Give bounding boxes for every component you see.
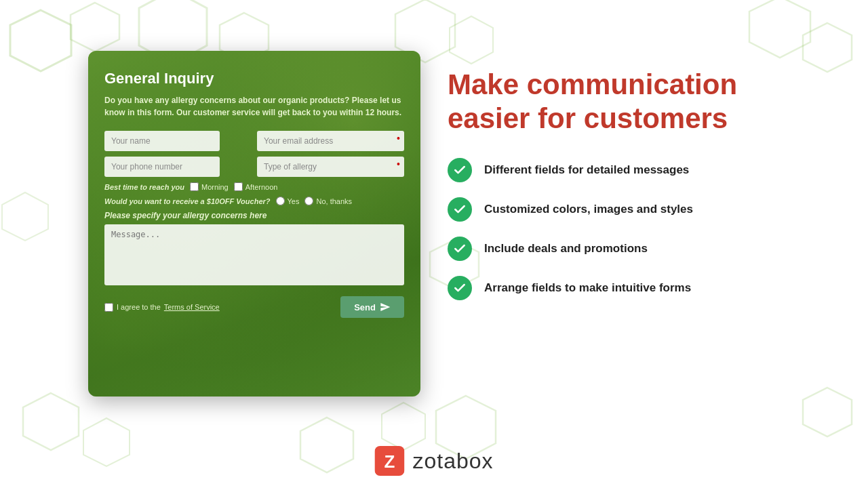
best-time-row: Best time to reach you Morning Afternoon [104, 182, 404, 191]
svg-marker-0 [10, 10, 71, 71]
svg-marker-6 [749, 0, 810, 58]
email-wrapper: • [257, 131, 404, 151]
form-title: General Inquiry [104, 70, 404, 87]
tos-prefix: I agree to the [117, 303, 161, 311]
name-wrapper [104, 131, 252, 151]
form-panel: General Inquiry Do you have any allergy … [88, 51, 420, 396]
send-button[interactable]: Send [340, 296, 404, 318]
morning-checkbox[interactable] [190, 182, 199, 191]
feature-text-3: Include deals and promotions [484, 242, 648, 256]
feature-item-4: Arrange fields to make intuitive forms [448, 276, 827, 300]
tos-checkbox[interactable] [104, 303, 113, 312]
feature-text-4: Arrange fields to make intuitive forms [484, 281, 691, 295]
best-time-label: Best time to reach you [104, 183, 184, 191]
phone-wrapper [104, 157, 252, 177]
form-footer: I agree to the Terms of Service Send [104, 296, 404, 318]
allergy-section-label: Please specify your allergy concerns her… [104, 211, 404, 220]
checkmark-icon-1 [453, 163, 467, 177]
voucher-label: Would you want to receive a $10OFF Vouch… [104, 197, 271, 205]
feature-item-2: Customized colors, images and styles [448, 197, 827, 222]
form-description: Do you have any allergy concerns about o… [104, 94, 404, 119]
allergy-type-wrapper: • [257, 157, 404, 177]
email-required: • [397, 134, 400, 143]
message-textarea[interactable] [104, 224, 404, 285]
svg-text:Z: Z [384, 451, 395, 472]
yes-radio-label[interactable]: Yes [276, 197, 300, 205]
tos-link[interactable]: Terms of Service [164, 303, 220, 311]
logo-text: zotabox [412, 449, 493, 474]
afternoon-checkbox-label[interactable]: Afternoon [234, 182, 278, 191]
check-circle-2 [448, 197, 472, 222]
check-circle-1 [448, 158, 472, 182]
svg-marker-8 [23, 393, 79, 450]
checkmark-icon-4 [453, 281, 467, 295]
zotabox-logo-icon: Z [374, 446, 404, 476]
check-circle-3 [448, 237, 472, 261]
svg-marker-7 [803, 23, 852, 72]
right-panel: Make communication easier for customers … [448, 68, 827, 315]
allergy-required: • [397, 159, 400, 169]
phone-input[interactable] [104, 157, 220, 177]
svg-marker-5 [450, 16, 493, 64]
voucher-row: Would you want to receive a $10OFF Vouch… [104, 197, 404, 205]
email-input[interactable] [257, 131, 404, 151]
yes-radio[interactable] [276, 197, 285, 205]
allergy-type-input[interactable] [257, 157, 404, 177]
checkmark-icon-2 [453, 203, 467, 216]
svg-marker-1 [71, 3, 119, 52]
send-icon [380, 302, 391, 312]
no-thanks-label: No, thanks [316, 197, 352, 205]
svg-marker-10 [300, 418, 353, 472]
afternoon-label: Afternoon [245, 183, 278, 191]
form-row-2: • [104, 157, 404, 177]
morning-checkbox-label[interactable]: Morning [190, 182, 229, 191]
checkmark-icon-3 [453, 242, 467, 256]
svg-marker-9 [83, 418, 130, 466]
svg-marker-11 [382, 403, 425, 450]
svg-marker-14 [2, 192, 48, 241]
form-row-1: • [104, 131, 404, 151]
morning-label: Morning [201, 183, 229, 191]
svg-marker-13 [803, 388, 852, 436]
feature-item-3: Include deals and promotions [448, 237, 827, 261]
afternoon-checkbox[interactable] [234, 182, 243, 191]
feature-text-1: Different fields for detailed messages [484, 163, 689, 177]
form-content: General Inquiry Do you have any allergy … [88, 51, 420, 396]
yes-label: Yes [288, 197, 300, 205]
no-thanks-radio[interactable] [304, 197, 313, 205]
feature-item-1: Different fields for detailed messages [448, 158, 827, 182]
tos-row: I agree to the Terms of Service [104, 303, 220, 312]
right-title: Make communication easier for customers [448, 68, 827, 136]
logo-section: Z zotabox [374, 446, 493, 476]
check-circle-4 [448, 276, 472, 300]
send-label: Send [354, 302, 376, 312]
name-input[interactable] [104, 131, 220, 151]
no-thanks-radio-label[interactable]: No, thanks [304, 197, 352, 205]
feature-text-2: Customized colors, images and styles [484, 203, 693, 216]
